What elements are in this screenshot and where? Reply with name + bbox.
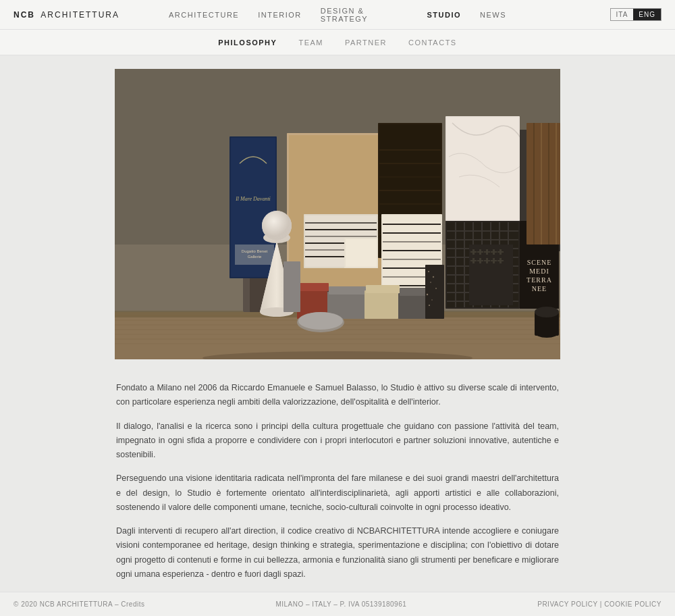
footer-legal-links[interactable]: PRIVACY POLICY | COOKIE POLICY: [537, 600, 662, 608]
footer-copyright: © 2020 NCB ARCHITETTURA – Credits: [14, 600, 144, 608]
sub-nav-philosophy[interactable]: PHILOSOPHY: [218, 36, 277, 49]
svg-point-78: [428, 271, 429, 272]
content-area: Il Mare Davanti Dugatto Benet Gallerie: [0, 55, 675, 616]
sub-nav-contacts[interactable]: CONTACTS: [408, 36, 457, 49]
sub-nav-partner[interactable]: PARTNER: [345, 36, 387, 49]
svg-rect-116: [497, 260, 504, 261]
svg-rect-70: [298, 283, 329, 291]
svg-text:NEE: NEE: [532, 285, 547, 292]
svg-point-86: [298, 312, 343, 330]
svg-point-83: [431, 299, 433, 301]
svg-text:Il Mare Davanti: Il Mare Davanti: [235, 196, 271, 202]
sub-nav-team[interactable]: TEAM: [298, 36, 323, 49]
svg-point-80: [430, 282, 431, 283]
svg-rect-77: [425, 265, 444, 319]
nav-news[interactable]: NEWS: [480, 11, 506, 19]
footer-address: MILANO – ITALY – P. IVA 05139180961: [275, 600, 406, 608]
svg-text:Gallerie: Gallerie: [248, 255, 262, 259]
svg-rect-73: [364, 290, 398, 319]
svg-point-79: [433, 276, 434, 278]
svg-rect-104: [491, 251, 497, 253]
svg-point-92: [262, 211, 292, 240]
logo-suffix: ARCHITETTURA: [40, 10, 119, 20]
svg-point-84: [429, 305, 430, 306]
header: NCB ARCHITETTURA ARCHITECTURE INTERIOR D…: [0, 0, 675, 30]
sub-nav: PHILOSOPHY TEAM PARTNER CONTACTS: [0, 30, 675, 55]
paragraph-3: Perseguendo una visione identitaria radi…: [116, 471, 559, 515]
logo: NCB ARCHITETTURA: [14, 10, 119, 20]
page-wrapper: NCB ARCHITETTURA ARCHITECTURE INTERIOR D…: [0, 0, 675, 616]
svg-rect-31: [447, 118, 518, 220]
main-content: Il Mare Davanti Dugatto Benet Gallerie: [115, 55, 560, 616]
nav-interior[interactable]: INTERIOR: [258, 11, 302, 19]
svg-rect-133: [284, 261, 300, 312]
svg-text:MEDI: MEDI: [529, 267, 549, 275]
svg-rect-117: [526, 123, 560, 245]
logo-ncb: NCB: [14, 10, 35, 20]
lang-eng[interactable]: ENG: [633, 9, 661, 20]
language-switcher: ITA ENG: [610, 8, 662, 21]
svg-text:TERRA: TERRA: [526, 276, 552, 284]
svg-rect-108: [470, 260, 477, 261]
nav-studio[interactable]: STUDIO: [427, 11, 461, 19]
svg-rect-72: [329, 286, 366, 294]
svg-rect-110: [477, 260, 483, 261]
svg-rect-102: [484, 251, 490, 253]
svg-point-95: [535, 307, 559, 317]
paragraph-1: Fondato a Milano nel 2006 da Riccardo Em…: [116, 381, 559, 410]
text-content: Fondato a Milano nel 2006 da Riccardo Em…: [115, 381, 560, 616]
paragraph-4: Dagli interventi di recupero all'art dir…: [116, 524, 559, 582]
svg-rect-100: [477, 251, 483, 253]
nav-design-strategy[interactable]: DESIGN & STRATEGY: [321, 7, 408, 23]
lang-ita[interactable]: ITA: [611, 9, 634, 20]
footer: © 2020 NCB ARCHITETTURA – Credits MILANO…: [0, 592, 675, 616]
svg-rect-132: [346, 239, 377, 267]
svg-rect-114: [491, 260, 497, 261]
svg-point-82: [427, 294, 428, 295]
svg-rect-106: [497, 251, 504, 253]
svg-rect-74: [366, 285, 400, 293]
svg-text:SCENE: SCENE: [527, 259, 552, 266]
svg-point-81: [435, 288, 437, 289]
main-nav: ARCHITECTURE INTERIOR DESIGN & STRATEGY …: [169, 7, 506, 23]
hero-image: Il Mare Davanti Dugatto Benet Gallerie: [115, 69, 560, 359]
nav-architecture[interactable]: ARCHITECTURE: [169, 11, 239, 19]
svg-rect-112: [484, 260, 490, 261]
paragraph-2: Il dialogo, l'analisi e la ricerca sono …: [116, 419, 559, 463]
svg-text:Dugatto Benet: Dugatto Benet: [242, 249, 268, 253]
svg-rect-96: [469, 245, 513, 305]
svg-rect-98: [470, 251, 477, 253]
